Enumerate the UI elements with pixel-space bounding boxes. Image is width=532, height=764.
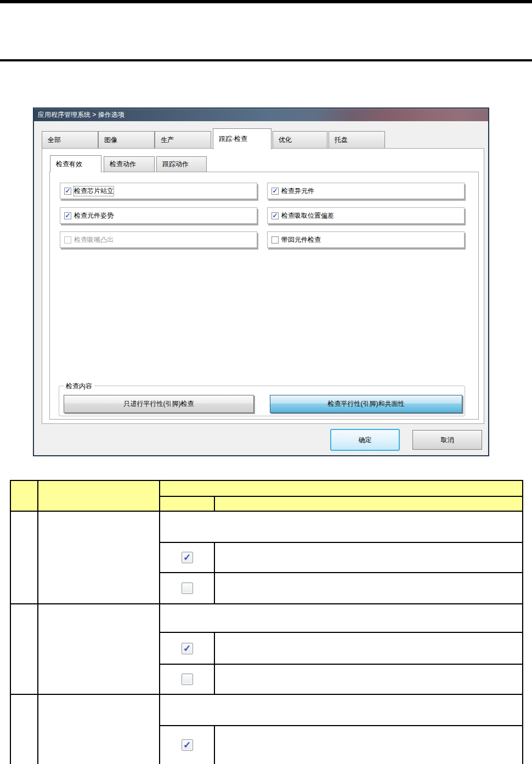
table-cell-setting bbox=[160, 573, 214, 604]
option-label: 带回元件检查 bbox=[281, 235, 321, 245]
checkbox-icon[interactable] bbox=[64, 188, 71, 195]
checkbox-icon[interactable] bbox=[64, 212, 71, 219]
subtab-inspection-enabled[interactable]: 检查有效 bbox=[50, 155, 101, 172]
ok-button[interactable]: 确定 bbox=[330, 429, 400, 451]
option-label: 检查元件姿势 bbox=[74, 211, 114, 220]
checked-checkbox-icon bbox=[182, 739, 193, 751]
table-header-row bbox=[10, 480, 523, 496]
unchecked-checkbox-icon bbox=[182, 582, 193, 594]
option-check-pickup-position-offset[interactable]: 检查吸取位置偏差 bbox=[267, 207, 465, 224]
tab-production[interactable]: 生产 bbox=[155, 131, 211, 149]
header-cell-item bbox=[38, 480, 160, 511]
tab-tray-label: 托盘 bbox=[335, 135, 348, 145]
page-header-rule bbox=[0, 59, 532, 61]
table-cell-detail bbox=[214, 573, 523, 604]
tab-production-label: 生产 bbox=[161, 135, 174, 145]
table-row bbox=[10, 511, 523, 542]
manual-page: 应用程序管理系统 > 操作选项 全部 图像 生产 跟踪·检查 优化 托盘 检查有… bbox=[0, 0, 532, 764]
option-label: 检查吸取位置偏差 bbox=[281, 211, 334, 220]
explanation-table bbox=[10, 480, 523, 764]
subtab-tracking-action[interactable]: 跟踪动作 bbox=[156, 156, 207, 172]
checkbox-icon[interactable] bbox=[271, 188, 279, 195]
table-cell-item bbox=[38, 604, 160, 694]
option-check-chip-standing[interactable]: 检查芯片站立 bbox=[60, 183, 257, 199]
table-cell-setting bbox=[160, 632, 214, 664]
tab-tracking-inspection[interactable]: 跟踪·检查 bbox=[213, 128, 271, 149]
header-cell-description bbox=[160, 480, 523, 496]
table-cell-merged bbox=[160, 604, 523, 632]
option-check-part-posture[interactable]: 检查元件姿势 bbox=[60, 207, 257, 224]
dialog-titlebar: 应用程序管理系统 > 操作选项 bbox=[34, 109, 488, 121]
tab-image-label: 图像 bbox=[104, 135, 117, 145]
table-cell-detail bbox=[214, 632, 523, 664]
header-cell-detail bbox=[214, 496, 523, 511]
tab-image[interactable]: 图像 bbox=[98, 131, 155, 149]
option-label: 检查吸嘴凸出 bbox=[74, 235, 114, 245]
subtab-inspection-action[interactable]: 检查动作 bbox=[104, 156, 155, 172]
subtab-inspection-action-label: 检查动作 bbox=[110, 160, 136, 169]
ok-button-label: 确定 bbox=[359, 435, 372, 445]
options-dialog: 应用程序管理系统 > 操作选项 全部 图像 生产 跟踪·检查 优化 托盘 检查有… bbox=[33, 107, 489, 456]
table-cell-detail bbox=[214, 664, 523, 694]
button-parallelism-only[interactable]: 只进行平行性(引脚)检查 bbox=[64, 395, 254, 413]
option-label: 检查芯片站立 bbox=[74, 186, 114, 196]
cancel-button[interactable]: 取消 bbox=[412, 430, 482, 450]
option-bring-back-part-check[interactable]: 带回元件检查 bbox=[267, 231, 465, 248]
table-cell-setting bbox=[160, 664, 214, 694]
dialog-title: 应用程序管理系统 > 操作选项 bbox=[38, 111, 124, 118]
page-top-rule bbox=[0, 0, 532, 3]
tab-all-label: 全部 bbox=[48, 135, 61, 145]
table-row bbox=[10, 604, 523, 632]
header-cell-no bbox=[10, 480, 38, 511]
header-cell-setting bbox=[160, 496, 214, 511]
tab-tray[interactable]: 托盘 bbox=[329, 131, 385, 149]
table-cell-setting bbox=[160, 726, 214, 764]
checked-checkbox-icon bbox=[182, 552, 193, 563]
button-parallelism-and-coplanarity-label: 检查平行性(引脚)和共面性 bbox=[328, 399, 405, 409]
button-parallelism-only-label: 只进行平行性(引脚)检查 bbox=[124, 399, 194, 409]
tab-optimization[interactable]: 优化 bbox=[273, 131, 327, 149]
table-cell-detail bbox=[214, 726, 523, 764]
checked-checkbox-icon bbox=[182, 643, 193, 654]
table-cell-setting bbox=[160, 542, 214, 573]
table-row bbox=[10, 694, 523, 726]
checkbox-icon[interactable] bbox=[271, 212, 279, 219]
table-cell-no bbox=[10, 511, 38, 604]
checkbox-icon bbox=[64, 236, 71, 244]
table-cell-merged bbox=[160, 511, 523, 542]
inspection-content-group-label: 检查内容 bbox=[64, 382, 94, 391]
option-check-foreign-part[interactable]: 检查异元件 bbox=[267, 183, 465, 199]
button-parallelism-and-coplanarity[interactable]: 检查平行性(引脚)和共面性 bbox=[270, 395, 462, 413]
option-check-nozzle-protrusion: 检查吸嘴凸出 bbox=[60, 231, 257, 248]
unchecked-checkbox-icon bbox=[182, 674, 193, 685]
tab-tracking-inspection-label: 跟踪·检查 bbox=[219, 134, 247, 144]
cancel-button-label: 取消 bbox=[441, 435, 454, 445]
option-label: 检查异元件 bbox=[281, 186, 314, 196]
subtab-inspection-enabled-label: 检查有效 bbox=[56, 160, 82, 169]
tab-optimization-label: 优化 bbox=[279, 135, 292, 145]
table-cell-no bbox=[10, 604, 38, 694]
table-cell-item bbox=[38, 694, 160, 764]
checkbox-icon[interactable] bbox=[271, 236, 279, 244]
table-cell-item bbox=[38, 511, 160, 604]
table-cell-detail bbox=[214, 542, 523, 573]
subtab-tracking-action-label: 跟踪动作 bbox=[162, 160, 189, 169]
tab-all[interactable]: 全部 bbox=[42, 131, 98, 149]
table-cell-no bbox=[10, 694, 38, 764]
table-cell-merged bbox=[160, 694, 523, 726]
